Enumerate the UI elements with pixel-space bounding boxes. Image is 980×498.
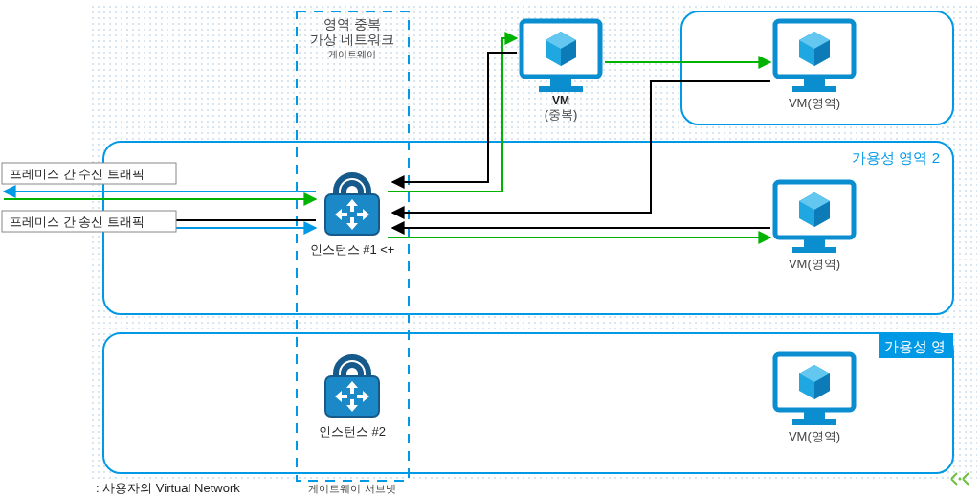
vm-top-label: VM [552,94,569,107]
vm-zone3-label: VM(영역) [789,429,840,443]
svg-point-27 [959,478,962,481]
svg-rect-14 [792,86,836,92]
svg-rect-16 [804,239,825,247]
egress-label: 프레미스 간 송신 트래픽 [10,215,145,229]
vm-zone1-label: VM(영역) [789,96,840,110]
azone2-label: 가용성 영역 2 [852,149,940,166]
svg-rect-17 [792,247,836,253]
vnet-caption: : 사용자의 Virtual Network [96,481,240,495]
zone-redundant-line1: 영역 중복 [323,16,381,32]
zone-redundant-line2: 가상 네트워크 [310,32,394,47]
instance1-label: 인스턴스 #1 <+ [310,242,395,257]
svg-rect-20 [792,419,836,425]
instance2-label: 인스턴스 #2 [319,424,386,439]
vm-zone2-label: VM(영역) [789,257,840,271]
svg-rect-13 [804,79,825,86]
gateway-caption: 게이트웨이 [328,49,376,59]
vm-top-sub: (중복) [545,107,578,122]
svg-rect-19 [804,412,825,419]
ingress-label: 프레미스 간 수신 트래픽 [10,167,145,181]
svg-rect-11 [539,86,583,92]
gateway-subnet-caption: 게이트웨이 서브넷 [308,483,395,494]
svg-rect-10 [550,79,571,86]
azone3-label: 가용성 영 [884,338,946,354]
